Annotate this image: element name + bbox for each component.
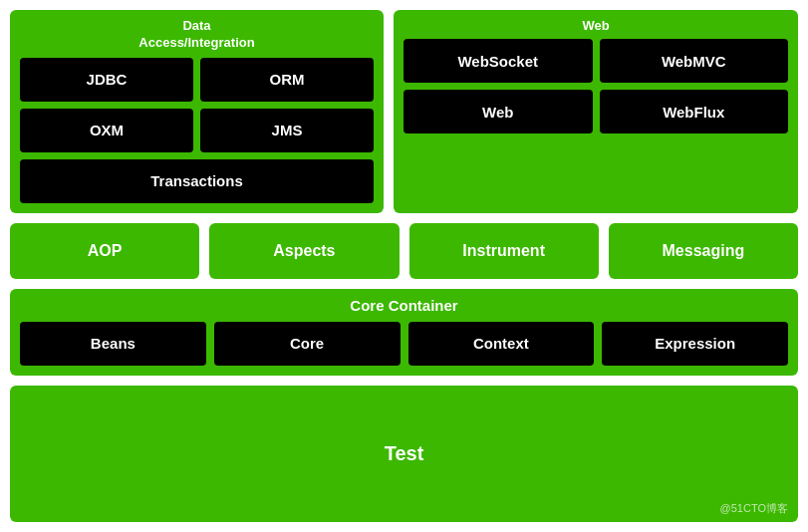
row2-middle: AOP Aspects Instrument Messaging bbox=[10, 223, 798, 279]
expression-box: Expression bbox=[602, 322, 788, 366]
orm-box: ORM bbox=[200, 58, 374, 102]
aop-box: AOP bbox=[10, 223, 199, 279]
core-container-panel: Core Container Beans Core Context Expres… bbox=[10, 289, 798, 376]
aspects-box: Aspects bbox=[209, 223, 399, 279]
data-panel-title: Data Access/Integration bbox=[20, 18, 374, 52]
context-box: Context bbox=[408, 322, 595, 366]
jdbc-box: JDBC bbox=[20, 58, 193, 102]
beans-box: Beans bbox=[20, 322, 206, 366]
messaging-box: Messaging bbox=[609, 223, 798, 279]
row1: Data Access/Integration JDBC ORM OXM JMS… bbox=[10, 10, 798, 213]
webmvc-box: WebMVC bbox=[600, 39, 789, 83]
oxm-box: OXM bbox=[20, 109, 193, 152]
test-label: Test bbox=[385, 442, 424, 465]
core-container-title: Core Container bbox=[20, 297, 788, 314]
data-access-panel: Data Access/Integration JDBC ORM OXM JMS… bbox=[10, 10, 384, 213]
web-panel: Web WebSocket WebMVC Web WebFlux bbox=[394, 10, 798, 213]
web-panel-grid: WebSocket WebMVC Web WebFlux bbox=[404, 39, 788, 133]
test-panel: Test @51CTO博客 bbox=[10, 386, 798, 522]
data-panel-grid: JDBC ORM OXM JMS Transactions bbox=[20, 58, 374, 203]
watermark-text: @51CTO博客 bbox=[720, 501, 788, 516]
webflux-box: WebFlux bbox=[600, 90, 789, 133]
web-box: Web bbox=[404, 90, 593, 133]
instrument-box: Instrument bbox=[409, 223, 599, 279]
web-panel-title: Web bbox=[404, 18, 788, 33]
jms-box: JMS bbox=[200, 109, 374, 152]
core-box: Core bbox=[214, 322, 401, 366]
websocket-box: WebSocket bbox=[404, 39, 593, 83]
transactions-box: Transactions bbox=[20, 159, 374, 203]
core-container-grid: Beans Core Context Expression bbox=[20, 322, 788, 366]
